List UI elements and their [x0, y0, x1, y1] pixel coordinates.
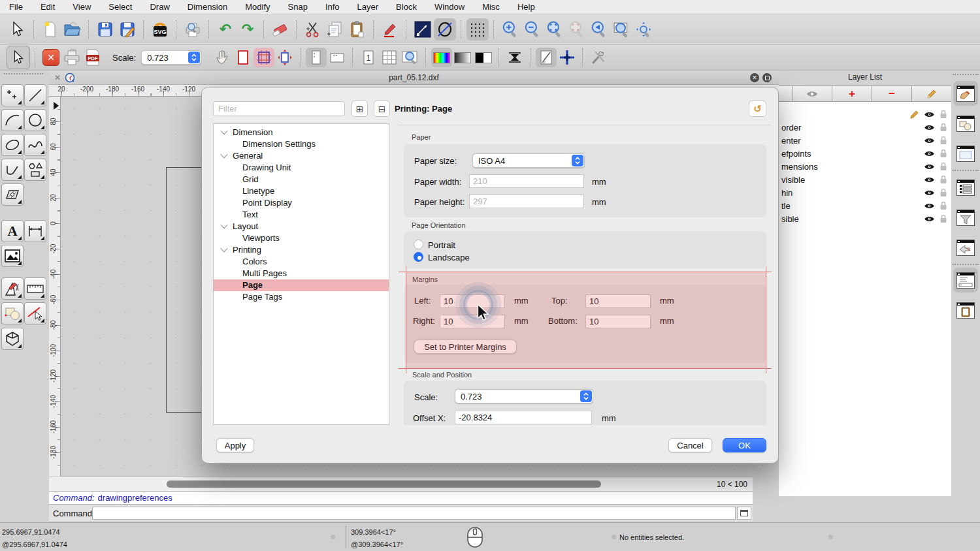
- menu-block[interactable]: Block: [396, 2, 417, 12]
- margin-bottom-input[interactable]: [585, 315, 651, 328]
- line-from-points-button[interactable]: [412, 18, 434, 40]
- black-white-button[interactable]: [473, 48, 494, 67]
- zoom-in-button[interactable]: [499, 18, 521, 40]
- image-tool-button[interactable]: [1, 245, 24, 267]
- tree-item-general[interactable]: General: [214, 150, 389, 162]
- add-layer-button[interactable]: +: [832, 86, 872, 101]
- reset-to-defaults-button[interactable]: ↺: [749, 101, 766, 117]
- zoom-window-button[interactable]: [610, 18, 632, 40]
- menu-file[interactable]: File: [9, 2, 23, 12]
- layer-row[interactable]: hin: [779, 186, 951, 199]
- multi-pages-button[interactable]: [379, 48, 400, 67]
- paste-button[interactable]: [346, 18, 368, 40]
- command-filter-button[interactable]: [953, 235, 978, 260]
- select-tool-button-2[interactable]: [7, 46, 30, 69]
- paper-height-input[interactable]: [469, 195, 584, 208]
- arc-tools-button[interactable]: [1, 109, 24, 131]
- collapse-all-button[interactable]: ⊟: [374, 101, 390, 117]
- show-margins-button[interactable]: [253, 48, 274, 67]
- measure-tools-button[interactable]: [24, 277, 46, 300]
- eye-icon[interactable]: [924, 215, 935, 223]
- dialog-scale-combobox[interactable]: 0.723: [455, 389, 593, 403]
- modify-tools-button[interactable]: [1, 277, 24, 300]
- line-tools-button[interactable]: [24, 84, 46, 106]
- lock-icon[interactable]: [939, 175, 947, 184]
- draw-order-button[interactable]: [379, 18, 401, 40]
- tree-item-dimension-settings[interactable]: Dimension Settings: [214, 138, 389, 150]
- ok-button[interactable]: OK: [723, 438, 766, 452]
- layer-row[interactable]: sible: [779, 212, 951, 225]
- save-button[interactable]: [94, 18, 116, 40]
- scale-combobox[interactable]: 0.723: [141, 50, 201, 65]
- cut-button[interactable]: [302, 18, 324, 40]
- layer-row[interactable]: tle: [779, 199, 951, 212]
- redo-button[interactable]: ↷: [237, 18, 259, 40]
- layer-row[interactable]: efpoints: [779, 147, 951, 160]
- zoom-to-page-button[interactable]: [400, 48, 421, 67]
- tree-item-printing[interactable]: Printing: [214, 244, 389, 256]
- open-file-button[interactable]: [61, 18, 84, 40]
- margin-right-input[interactable]: [440, 315, 505, 328]
- menu-dimension[interactable]: Dimension: [188, 2, 227, 12]
- block-tools-button[interactable]: [1, 302, 24, 324]
- hide-entities-button[interactable]: [434, 18, 456, 40]
- tree-item-multi-pages[interactable]: Multi Pages: [214, 268, 389, 279]
- snap-tools-button[interactable]: [24, 302, 46, 324]
- palette-drag-handle[interactable]: [4, 73, 43, 77]
- spline-tools-button[interactable]: [24, 134, 46, 156]
- tree-item-drawing-unit[interactable]: Drawing Unit: [214, 162, 389, 174]
- tab-close-button[interactable]: ✕: [750, 73, 759, 82]
- layer-row[interactable]: visible: [779, 173, 951, 186]
- tree-item-layout[interactable]: Layout: [214, 221, 389, 232]
- eye-icon[interactable]: [924, 189, 935, 197]
- menu-select[interactable]: Select: [108, 2, 132, 12]
- solid-tools-button[interactable]: [1, 328, 24, 350]
- menu-window[interactable]: Window: [434, 2, 465, 12]
- svg-export-button[interactable]: SVG: [149, 18, 171, 40]
- paper-width-input[interactable]: [469, 174, 584, 188]
- scrollbar-thumb[interactable]: [167, 480, 601, 488]
- eye-icon[interactable]: [924, 150, 935, 157]
- block-list-button[interactable]: [953, 111, 978, 136]
- eye-icon[interactable]: [924, 137, 935, 144]
- zoom-selection-button[interactable]: [566, 18, 588, 40]
- lock-icon[interactable]: [939, 214, 947, 223]
- zoom-auto-button[interactable]: [544, 18, 566, 40]
- tree-item-page[interactable]: Page: [214, 279, 389, 291]
- expand-all-button[interactable]: ⊞: [351, 101, 368, 117]
- tree-item-linetype[interactable]: Linetype: [214, 185, 389, 197]
- show-paper-borders-button[interactable]: [233, 48, 253, 67]
- layer-list-button[interactable]: [953, 175, 978, 200]
- tree-filter-input[interactable]: [213, 101, 345, 116]
- horizontal-scrollbar[interactable]: 10 < 100: [49, 477, 753, 491]
- layer-row[interactable]: enter: [779, 134, 951, 147]
- document-tab-title[interactable]: part_05.12.dxf: [49, 73, 779, 82]
- layer-row[interactable]: mensions: [779, 160, 951, 173]
- lock-icon[interactable]: [939, 188, 947, 197]
- lock-icon[interactable]: [939, 149, 947, 158]
- menu-layer[interactable]: Layer: [357, 2, 379, 12]
- lock-icon[interactable]: [939, 110, 947, 119]
- menu-modify[interactable]: Modify: [245, 2, 270, 12]
- property-editor-button[interactable]: [953, 81, 978, 106]
- polyline-tools-button[interactable]: [1, 159, 24, 181]
- margin-top-input[interactable]: [585, 294, 651, 308]
- copy-button[interactable]: [324, 18, 346, 40]
- new-file-button[interactable]: [39, 18, 61, 40]
- menu-draw[interactable]: Draw: [150, 2, 169, 12]
- menu-misc[interactable]: Misc: [482, 2, 500, 12]
- set-printer-margins-button[interactable]: Set to Printer Margins: [414, 339, 517, 354]
- draft-mode-button[interactable]: [536, 48, 557, 67]
- lock-icon[interactable]: [939, 136, 947, 145]
- grid-toggle-button[interactable]: [466, 18, 489, 40]
- selection-filter-button[interactable]: [953, 205, 978, 230]
- layer-toggle-visibility-button[interactable]: [792, 86, 832, 101]
- cancel-button[interactable]: Cancel: [668, 438, 712, 452]
- pencil-icon[interactable]: [909, 110, 919, 119]
- eye-icon[interactable]: [924, 163, 935, 170]
- lock-icon[interactable]: [939, 123, 947, 132]
- tree-item-point-display[interactable]: Point Display: [214, 197, 389, 209]
- apply-button[interactable]: Apply: [216, 438, 254, 452]
- landscape-radio[interactable]: [414, 252, 423, 262]
- eye-icon[interactable]: [924, 176, 935, 183]
